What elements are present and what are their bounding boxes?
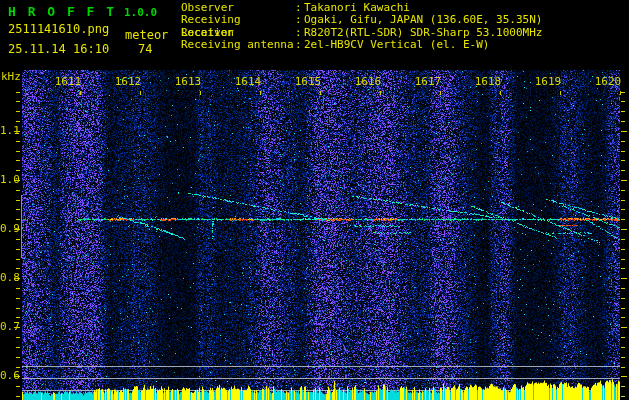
time-tick-label: 1614 [228,76,268,88]
hrofft-output-image: H R O F F T 1.0.0 2511141610.png meteor … [0,0,629,400]
freq-tick-label: 0.8 [0,272,15,284]
info-colon: : [295,14,304,26]
station-info: Observer:Takanori KawachiReceiving Locat… [181,2,542,52]
station-info-row: Receiving Location:Ogaki, Gifu, JAPAN (1… [181,14,542,26]
time-tick-label: 1613 [168,76,208,88]
output-filename: 2511141610.png [8,22,109,36]
freq-tick-label: 0.9 [0,223,15,235]
info-value: 2el-HB9CV Vertical (el. E-W) [304,39,489,51]
frequency-unit-label: kHz [1,70,21,83]
timestamp: 25.11.14 16:10 [8,42,109,56]
station-info-row: Receiving antenna:2el-HB9CV Vertical (el… [181,39,542,51]
time-tick-label: 1620 [588,76,628,88]
time-tick-label: 1618 [468,76,508,88]
time-tick-label: 1617 [408,76,448,88]
time-tick-label: 1615 [288,76,328,88]
mode-label: meteor [125,28,168,42]
info-colon: : [295,39,304,51]
freq-tick-label: 0.6 [0,370,15,382]
time-tick-label: 1611 [48,76,88,88]
time-tick-label: 1619 [528,76,568,88]
time-tick-label: 1612 [108,76,148,88]
spectrogram-canvas [0,0,629,400]
freq-tick-label: 1.0 [0,174,15,186]
freq-tick-label: 1.1 [0,125,15,137]
app-version: 1.0.0 [124,6,157,19]
info-value: Ogaki, Gifu, JAPAN (136.60E, 35.35N) [304,14,542,26]
freq-tick-label: 0.7 [0,321,15,333]
info-label: Receiving Location [181,14,295,26]
echo-count: 74 [138,42,152,56]
info-label: Receiving antenna [181,39,295,51]
time-tick-label: 1616 [348,76,388,88]
app-title: H R O F F T [8,4,116,19]
